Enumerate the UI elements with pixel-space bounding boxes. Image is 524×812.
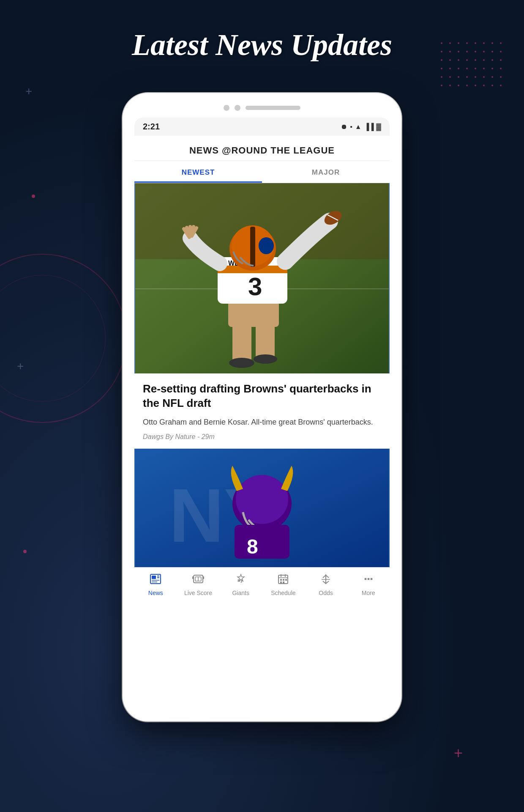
- bottom-nav: News Live Score: [134, 567, 390, 601]
- svg-point-13: [259, 237, 274, 254]
- svg-rect-12: [250, 227, 255, 267]
- odds-icon: [320, 573, 332, 587]
- news-image-1: 3 WEEDEN: [134, 183, 390, 373]
- giants-icon: ny: [235, 573, 247, 587]
- news-card-2[interactable]: NY 8: [134, 449, 390, 567]
- nav-label-live-score: Live Score: [184, 590, 212, 596]
- news-excerpt-1: Otto Graham and Bernie Kosar. All-time g…: [143, 417, 381, 428]
- svg-rect-27: [235, 525, 289, 559]
- svg-text:8: 8: [247, 535, 258, 558]
- phone-screen: 2:21 ⏺ ▪ ▲ ▐▐ ▓ NEWS @ROUND THE LEAGUE N…: [134, 118, 390, 710]
- more-icon: [363, 573, 374, 587]
- nav-label-giants: Giants: [232, 590, 249, 596]
- svg-point-22: [254, 354, 277, 364]
- deco-plus-3: +: [454, 744, 463, 762]
- nav-label-more: More: [362, 590, 375, 596]
- schedule-icon: [277, 573, 289, 587]
- svg-rect-46: [283, 579, 284, 581]
- deco-plus-2: +: [17, 359, 24, 373]
- phone-speaker: [246, 106, 300, 110]
- svg-rect-47: [285, 579, 287, 581]
- nav-item-giants[interactable]: ny Giants: [219, 573, 262, 596]
- tab-major[interactable]: MAJOR: [262, 161, 390, 183]
- svg-rect-48: [280, 582, 282, 583]
- news-image-2: NY 8: [134, 449, 390, 567]
- svg-rect-49: [283, 582, 284, 583]
- nav-item-schedule[interactable]: Schedule: [262, 573, 305, 596]
- status-icon-battery: ▓: [376, 123, 381, 131]
- svg-rect-30: [152, 576, 156, 579]
- svg-point-52: [364, 578, 366, 580]
- status-bar: 2:21 ⏺ ▪ ▲ ▐▐ ▓: [134, 118, 390, 136]
- page-title: Latest News Updates: [0, 27, 524, 63]
- phone-dot-1: [224, 105, 229, 111]
- news-card-1[interactable]: 3 WEEDEN: [134, 183, 390, 449]
- nav-item-more[interactable]: More: [347, 573, 390, 596]
- nav-item-odds[interactable]: Odds: [305, 573, 347, 596]
- deco-plus-1: +: [25, 85, 32, 98]
- status-icon-signal: ▐▐: [364, 123, 374, 131]
- nav-label-odds: Odds: [319, 590, 333, 596]
- svg-rect-45: [280, 579, 282, 581]
- phone-mockup: 2:21 ⏺ ▪ ▲ ▐▐ ▓ NEWS @ROUND THE LEAGUE N…: [123, 93, 401, 721]
- app-header-title: NEWS @ROUND THE LEAGUE: [141, 145, 383, 156]
- svg-rect-39: [202, 576, 204, 579]
- nav-item-live-score[interactable]: Live Score: [177, 573, 220, 596]
- status-icons: ⏺ ▪ ▲ ▐▐ ▓: [341, 123, 381, 131]
- phone-top-bar: [134, 105, 390, 111]
- news-meta-1: Dawgs By Nature - 29m: [143, 433, 381, 441]
- svg-text:ny: ny: [237, 578, 243, 583]
- app-header: NEWS @ROUND THE LEAGUE: [134, 136, 390, 161]
- deco-dot-1: [32, 195, 35, 198]
- phone-dot-2: [235, 105, 240, 111]
- svg-text:3: 3: [248, 272, 262, 301]
- nav-label-schedule: Schedule: [271, 590, 295, 596]
- deco-dot-2: [23, 550, 27, 553]
- nav-item-news[interactable]: News: [134, 573, 177, 596]
- status-icon-media: ⏺: [341, 123, 347, 131]
- nav-label-news: News: [148, 590, 163, 596]
- svg-point-21: [229, 358, 254, 368]
- svg-point-54: [370, 578, 372, 580]
- svg-rect-38: [192, 576, 194, 579]
- status-time: 2:21: [143, 122, 160, 132]
- status-icon-wifi: ▲: [355, 123, 362, 131]
- svg-point-53: [367, 578, 369, 580]
- news-content-1: Re-setting drafting Browns' quarterbacks…: [134, 373, 390, 448]
- live-score-icon: [192, 573, 204, 587]
- news-title-1: Re-setting drafting Browns' quarterbacks…: [143, 382, 381, 411]
- status-icon-storage: ▪: [350, 123, 352, 131]
- tab-newest[interactable]: NEWEST: [134, 161, 262, 183]
- tabs-container: NEWEST MAJOR: [134, 161, 390, 183]
- news-icon: [150, 573, 161, 587]
